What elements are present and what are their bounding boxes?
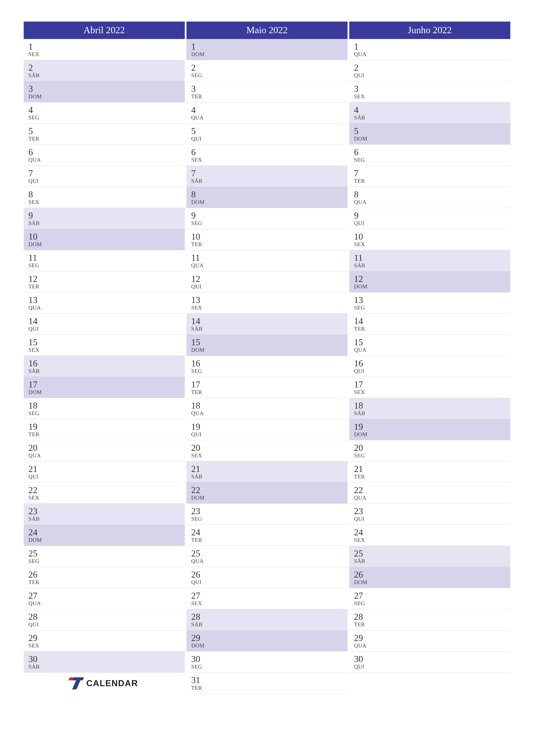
- day-cell: 27SEG: [349, 588, 510, 609]
- day-weekday: SÁB: [354, 115, 510, 121]
- day-cell: 16QUI: [349, 356, 510, 377]
- day-number: 6: [191, 148, 347, 157]
- day-weekday: QUA: [191, 262, 347, 269]
- day-cell: 15DOM: [187, 335, 347, 356]
- day-cell: 20SEG: [349, 440, 510, 461]
- day-weekday: QUA: [354, 495, 510, 501]
- day-cell: 6SEG: [349, 145, 510, 166]
- day-number: 18: [191, 401, 347, 410]
- day-weekday: QUI: [191, 579, 347, 585]
- month-column-maio: Maio 2022 1DOM2SEG3TER4QUA5QUI6SEX7SÁB8D…: [187, 21, 347, 694]
- day-cell: 11QUA: [187, 250, 347, 271]
- day-cell: 23QUI: [349, 504, 510, 525]
- day-weekday: SEX: [28, 347, 185, 353]
- day-cell: 21QUI: [24, 461, 185, 482]
- day-number: 7: [354, 169, 510, 178]
- month-header: Junho 2022: [349, 21, 510, 39]
- day-number: 9: [354, 211, 510, 220]
- day-cell: 22DOM: [187, 482, 347, 504]
- day-number: 14: [354, 316, 510, 326]
- day-weekday: SEG: [191, 220, 347, 227]
- day-weekday: TER: [28, 431, 185, 438]
- day-cell: 8SEX: [24, 187, 185, 208]
- day-weekday: SÁB: [191, 622, 347, 628]
- day-weekday: SÁB: [28, 516, 185, 522]
- day-weekday: SEG: [28, 410, 185, 417]
- day-number: 8: [28, 190, 185, 199]
- day-weekday: TER: [191, 537, 347, 543]
- day-weekday: TER: [28, 579, 185, 585]
- day-cell: 30QUI: [349, 652, 510, 673]
- day-cell: 5TER: [24, 123, 185, 145]
- day-weekday: SÁB: [191, 178, 347, 184]
- day-weekday: SEG: [191, 516, 347, 522]
- day-cell: 10TER: [187, 229, 347, 250]
- day-weekday: SEX: [191, 452, 347, 459]
- day-number: 22: [354, 485, 510, 495]
- day-cell: 17DOM: [24, 377, 185, 398]
- month-column-abril: Abril 2022 1SEX2SÁB3DOM4SEG5TER6QUA7QUI8…: [24, 21, 185, 694]
- day-cell: 28QUI: [24, 609, 185, 630]
- day-weekday: SEX: [28, 643, 185, 649]
- day-number: 13: [28, 295, 185, 305]
- day-cell: 4QUA: [187, 102, 347, 123]
- day-weekday: DOM: [354, 284, 510, 290]
- day-weekday: QUA: [191, 115, 347, 121]
- day-weekday: SEX: [354, 94, 510, 100]
- day-weekday: SÁB: [191, 474, 347, 480]
- day-weekday: DOM: [28, 241, 185, 248]
- day-cell: 23SEG: [187, 504, 347, 525]
- day-cell: 10DOM: [24, 229, 185, 250]
- day-cell: 24SEX: [349, 525, 510, 546]
- day-cell: 26QUI: [187, 567, 347, 588]
- day-number: 10: [354, 232, 510, 241]
- day-cell: 27SEX: [187, 588, 347, 609]
- day-number: 2: [191, 63, 347, 72]
- day-cell: 4SÁB: [349, 102, 510, 123]
- day-number: 10: [28, 232, 185, 241]
- day-cell: 27QUA: [24, 588, 185, 609]
- day-weekday: SEX: [191, 600, 347, 607]
- day-number: 14: [28, 316, 185, 326]
- day-cell: 29QUA: [349, 630, 510, 652]
- day-number: 18: [28, 401, 185, 410]
- day-number: 30: [354, 654, 510, 664]
- day-cell: 19TER: [24, 419, 185, 440]
- day-cell: 13SEX: [187, 292, 347, 313]
- day-number: 24: [28, 527, 185, 537]
- day-number: 28: [354, 612, 510, 622]
- day-weekday: TER: [354, 178, 510, 184]
- day-weekday: QUA: [28, 452, 185, 459]
- day-number: 29: [354, 633, 510, 643]
- day-weekday: SEG: [28, 115, 185, 121]
- day-number: 22: [191, 485, 347, 495]
- day-cell: 24DOM: [24, 525, 185, 546]
- day-number: 24: [354, 527, 510, 537]
- day-weekday: DOM: [191, 199, 347, 205]
- day-cell: 3TER: [187, 81, 347, 102]
- day-number: 17: [191, 380, 347, 389]
- day-number: 11: [354, 253, 510, 262]
- day-cell: 30SÁB: [24, 652, 185, 673]
- day-number: 2: [28, 63, 185, 72]
- day-weekday: SEG: [28, 558, 185, 564]
- day-number: 30: [191, 654, 347, 664]
- day-cell: 2SEG: [187, 60, 347, 81]
- day-number: 10: [191, 232, 347, 241]
- day-weekday: QUI: [354, 368, 510, 374]
- day-cell: 2SÁB: [24, 60, 185, 81]
- day-cell: 1SEX: [24, 39, 185, 60]
- day-cell: 25QUA: [187, 546, 347, 567]
- day-weekday: SEX: [191, 305, 347, 311]
- day-cell: 17TER: [187, 377, 347, 398]
- day-weekday: SEG: [354, 157, 510, 163]
- day-number: 11: [191, 253, 347, 262]
- day-cell: 12TER: [24, 271, 185, 292]
- day-cell: 12QUI: [187, 271, 347, 292]
- day-cell: 1DOM: [187, 39, 347, 60]
- day-number: 15: [354, 338, 510, 347]
- day-cell: 4SEG: [24, 102, 185, 123]
- day-number: 31: [191, 675, 347, 685]
- day-weekday: DOM: [354, 431, 510, 438]
- day-cell: 7TER: [349, 166, 510, 187]
